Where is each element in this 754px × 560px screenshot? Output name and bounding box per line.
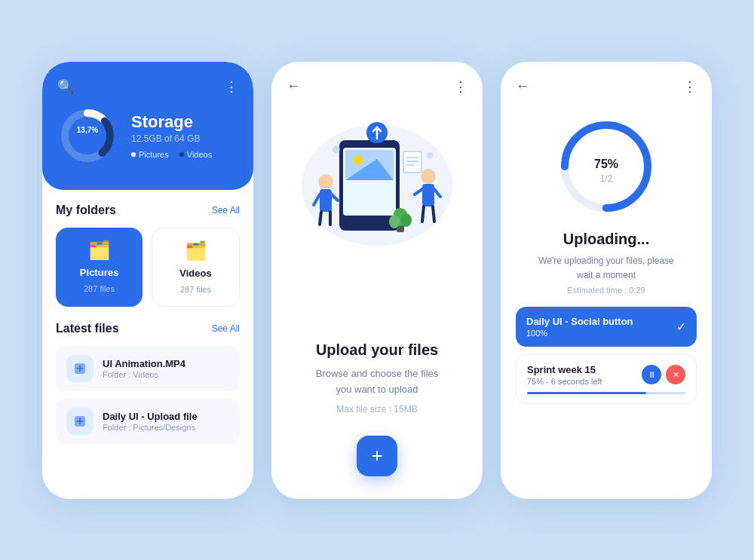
file-details-animation: UI Animation.MP4 Folder : Videos <box>103 358 185 379</box>
task-row-pending: Sprint week 15 75% - 6 seconds left ⏸ ✕ <box>527 364 685 386</box>
upload-title: Upload your files <box>316 341 438 359</box>
svg-point-27 <box>389 215 400 228</box>
upload-desc: Browse and choose the filesyou want to u… <box>316 366 439 398</box>
svg-line-17 <box>320 212 321 225</box>
folders-title: My folders <box>56 203 116 217</box>
phone1-header: 🔍 ⋮ 13,7% Storage 12.5GB of 64 GB <box>42 62 253 190</box>
progress-pct: 75% <box>594 149 618 173</box>
file-details-dailyui: Daily UI - Upload file Folder : Pictures… <box>103 411 198 432</box>
legend-videos: Videos <box>179 150 212 159</box>
task-pause-button[interactable]: ⏸ <box>642 365 661 384</box>
storage-legend: Pictures Videos <box>131 150 212 159</box>
menu-icon[interactable]: ⋮ <box>225 80 238 93</box>
file-name-dailyui: Daily UI - Upload file <box>103 411 198 422</box>
folders-section-header: My folders See All <box>56 203 240 217</box>
task-pct-socialbutton: 100% <box>526 329 633 338</box>
folder-name-pictures: Pictures <box>80 267 118 278</box>
folder-icon-videos: 🗂️ <box>185 240 207 262</box>
storage-title: Storage <box>131 112 212 132</box>
phone-storage: 🔍 ⋮ 13,7% Storage 12.5GB of 64 GB <box>42 62 253 499</box>
svg-point-34 <box>427 152 433 158</box>
back-icon-phone3[interactable]: ← <box>516 78 529 94</box>
svg-point-13 <box>318 174 333 189</box>
progress-fraction: 1/2 <box>594 173 618 184</box>
file-name-animation: UI Animation.MP4 <box>103 358 185 369</box>
folders-grid: 🗂️ Pictures 287 files 🗂️ Videos 287 file… <box>56 228 240 307</box>
file-folder-animation: Folder : Videos <box>103 370 185 379</box>
svg-rect-14 <box>320 189 332 212</box>
file-list: UI Animation.MP4 Folder : Videos Daily U… <box>56 346 240 444</box>
folders-see-all[interactable]: See All <box>212 205 240 216</box>
svg-point-28 <box>401 213 412 227</box>
latest-see-all[interactable]: See All <box>212 323 240 334</box>
illustration-svg <box>287 110 467 261</box>
storage-info: 13,7% Storage 12.5GB of 64 GB Pictures V… <box>57 106 238 166</box>
upload-task-socialbutton: Daily UI - Social button 100% ✓ <box>516 307 697 347</box>
donut-chart: 13,7% <box>57 106 118 166</box>
svg-rect-20 <box>422 184 434 207</box>
task-progress-bar <box>527 392 685 394</box>
svg-line-24 <box>433 207 434 222</box>
svg-rect-29 <box>403 151 421 173</box>
latest-files-title: Latest files <box>56 322 119 335</box>
svg-point-11 <box>354 155 363 164</box>
folder-pictures[interactable]: 🗂️ Pictures 287 files <box>56 228 143 307</box>
legend-pictures: Pictures <box>131 150 169 159</box>
upload-illustration <box>271 103 483 276</box>
menu-icon-phone2[interactable]: ⋮ <box>454 78 467 95</box>
phones-container: 🔍 ⋮ 13,7% Storage 12.5GB of 64 GB <box>42 62 712 499</box>
phone1-topbar: 🔍 ⋮ <box>57 80 238 93</box>
file-item-dailyui[interactable]: Daily UI - Upload file Folder : Pictures… <box>56 399 240 444</box>
search-icon[interactable]: 🔍 <box>57 80 74 93</box>
folder-count-videos: 287 files <box>180 285 211 294</box>
task-controls-sprint: ⏸ ✕ <box>642 365 685 384</box>
task-pct-sprint: 75% - 6 seconds left <box>527 377 602 386</box>
latest-files-section-header: Latest files See All <box>56 322 240 335</box>
phone3-body: 75% 1/2 Uploading... We're uploading you… <box>501 103 712 499</box>
legend-dot-videos <box>179 152 184 157</box>
progress-ring: 75% 1/2 <box>557 118 655 216</box>
add-button[interactable]: + <box>357 436 397 476</box>
progress-center: 75% 1/2 <box>594 149 618 184</box>
task-info-pending: Sprint week 15 75% - 6 seconds left <box>527 364 602 386</box>
storage-text: Storage 12.5GB of 64 GB Pictures Videos <box>131 112 212 159</box>
phone1-body: My folders See All 🗂️ Pictures 287 files… <box>42 190 253 499</box>
estimated-time: Estimated time : 0:29 <box>567 286 645 295</box>
task-check-icon: ✓ <box>676 320 686 334</box>
uploading-desc: We're uploading your files, pleasewait a… <box>538 254 674 283</box>
task-name-sprint: Sprint week 15 <box>527 364 602 375</box>
upload-task-sprint: Sprint week 15 75% - 6 seconds left ⏸ ✕ <box>516 354 697 404</box>
folder-icon-pictures: 🗂️ <box>88 240 111 261</box>
menu-icon-phone3[interactable]: ⋮ <box>683 78 697 95</box>
storage-used: 12.5GB of 64 GB <box>131 133 212 144</box>
svg-text:13,7%: 13,7% <box>77 126 98 134</box>
task-info-done: Daily UI - Social button 100% <box>526 316 633 338</box>
task-close-button[interactable]: ✕ <box>666 365 685 384</box>
phone3-topbar: ← ⋮ <box>501 62 712 103</box>
task-name-socialbutton: Daily UI - Social button <box>526 316 633 327</box>
folder-count-pictures: 287 files <box>84 284 115 293</box>
task-progress-fill <box>527 392 646 394</box>
svg-point-19 <box>421 169 436 184</box>
pct-symbol: % <box>608 158 618 170</box>
svg-point-33 <box>333 145 340 153</box>
file-icon-dailyui <box>66 408 93 435</box>
phone2-topbar: ← ⋮ <box>271 62 483 103</box>
file-folder-dailyui: Folder : Pictures/Designs <box>103 423 198 432</box>
svg-line-23 <box>422 207 424 222</box>
phone2-body: Upload your files Browse and choose the … <box>271 276 483 499</box>
uploading-title: Uploading... <box>563 231 649 248</box>
file-item-animation[interactable]: UI Animation.MP4 Folder : Videos <box>56 346 240 391</box>
file-icon-animation <box>66 355 93 382</box>
legend-dot-pictures <box>131 152 136 157</box>
folder-name-videos: Videos <box>179 268 211 279</box>
phone-upload: ← ⋮ <box>271 62 483 499</box>
back-icon-phone2[interactable]: ← <box>287 78 300 94</box>
upload-maxsize: Max file size : 15MB <box>336 404 417 415</box>
task-row-done: Daily UI - Social button 100% ✓ <box>526 316 686 338</box>
folder-videos[interactable]: 🗂️ Videos 287 files <box>152 228 240 307</box>
phone-progress: ← ⋮ 75% 1/2 Uploading... We're up <box>501 62 712 499</box>
